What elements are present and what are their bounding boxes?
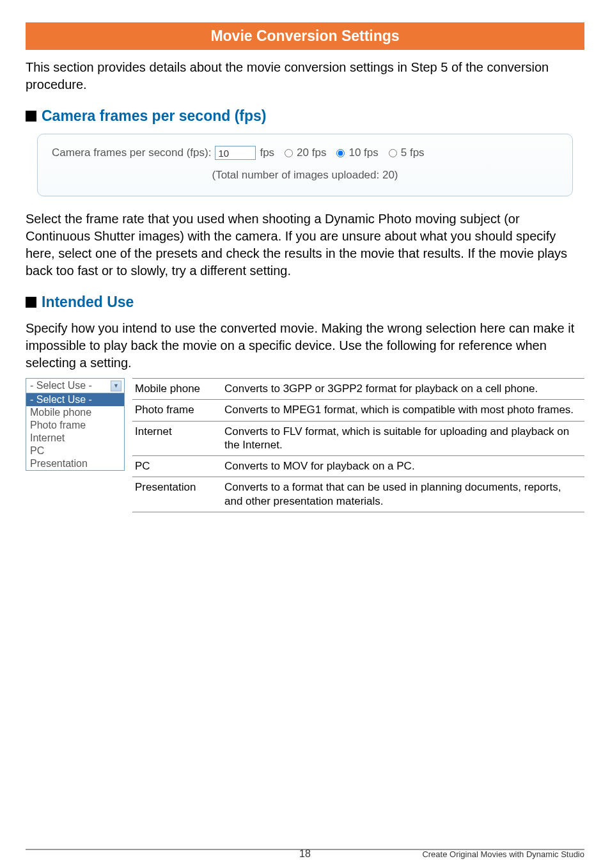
fps-radio-5[interactable]: 5 fps [389,146,425,159]
heading-intended-use-text: Intended Use [42,294,134,311]
use-dropdown-selected: - Select Use - [30,380,92,391]
fps-radio-20-label: 20 fps [297,146,326,159]
use-table-val: Converts to 3GPP or 3GPP2 format for pla… [222,379,584,400]
heading-intended-use: Intended Use [26,294,584,311]
intended-use-description: Specify how you intend to use the conver… [26,320,584,372]
use-option-photo-frame[interactable]: Photo frame [26,419,124,432]
fps-label: Camera frames per second (fps): [52,146,211,159]
fps-radio-5-label: 5 fps [401,146,425,159]
use-table-key: Internet [132,421,222,456]
fps-radio-10-label: 10 fps [348,146,378,159]
fps-radio-20-input[interactable] [285,149,293,157]
use-table-key: Mobile phone [132,379,222,400]
chevron-down-icon[interactable]: ▼ [111,381,121,391]
square-bullet-icon [26,297,36,308]
use-table-key: Presentation [132,477,222,512]
use-option-internet[interactable]: Internet [26,432,124,445]
table-row: PC Converts to MOV for playback on a PC. [132,456,584,477]
table-row: Internet Converts to FLV format, which i… [132,421,584,456]
use-option-pc[interactable]: PC [26,445,124,457]
use-table-key: PC [132,456,222,477]
use-option-select[interactable]: - Select Use - [26,393,124,406]
fps-radio-10-input[interactable] [336,149,345,157]
use-table-val: Converts to MPEG1 format, which is compa… [222,400,584,421]
use-dropdown-list[interactable]: - Select Use - Mobile phone Photo frame … [26,393,124,470]
fps-suffix: fps [260,146,274,159]
footer-caption: Create Original Movies with Dynamic Stud… [422,849,584,859]
use-dropdown[interactable]: - Select Use - ▼ - Select Use - Mobile p… [26,378,125,471]
fps-radio-20[interactable]: 20 fps [285,146,326,159]
fps-radio-10[interactable]: 10 fps [336,146,378,159]
intro-text: This section provides details about the … [26,59,584,93]
fps-input[interactable] [215,146,256,160]
use-table-key: Photo frame [132,400,222,421]
use-table-val: Converts to FLV format, which is suitabl… [222,421,584,456]
table-row: Presentation Converts to a format that c… [132,477,584,512]
table-row: Photo frame Converts to MPEG1 format, wh… [132,400,584,421]
page-number: 18 [299,848,311,860]
fps-panel: Camera frames per second (fps): fps 20 f… [37,134,573,196]
use-option-mobile[interactable]: Mobile phone [26,406,124,419]
use-table-val: Converts to a format that can be used in… [222,477,584,512]
page-title: Movie Conversion Settings [26,22,584,50]
use-option-presentation[interactable]: Presentation [26,457,124,470]
fps-total-uploaded: (Total number of images uploaded: 20) [52,169,558,182]
heading-camera-fps: Camera frames per second (fps) [26,107,584,125]
page-footer: 18 Create Original Movies with Dynamic S… [26,849,584,854]
use-table: Mobile phone Converts to 3GPP or 3GPP2 f… [132,378,584,512]
use-table-val: Converts to MOV for playback on a PC. [222,456,584,477]
square-bullet-icon [26,111,36,122]
table-row: Mobile phone Converts to 3GPP or 3GPP2 f… [132,379,584,400]
fps-description: Select the frame rate that you used when… [26,210,584,280]
fps-radio-5-input[interactable] [389,149,397,157]
heading-camera-fps-text: Camera frames per second (fps) [42,107,267,125]
